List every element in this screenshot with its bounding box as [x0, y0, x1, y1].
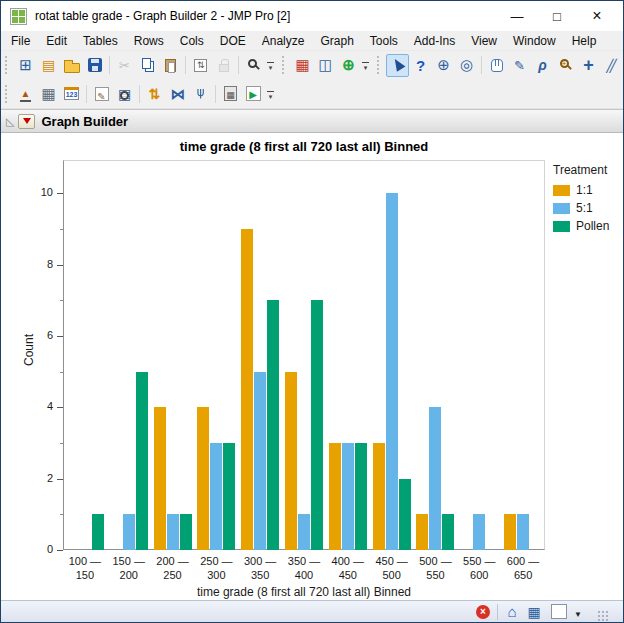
swatch-icon[interactable] [545, 602, 567, 622]
bar-1:1-350–400[interactable] [285, 372, 297, 550]
toolbar-grip[interactable] [282, 56, 287, 74]
toolbar-overflow-icon[interactable]: ▾ [265, 85, 276, 103]
bar-5:1-150–200[interactable] [123, 514, 135, 550]
bar-Pollen-450–500[interactable] [399, 479, 411, 550]
calc-icon[interactable] [219, 82, 242, 105]
search-icon[interactable] [242, 54, 265, 77]
bar-5:1-550–600[interactable] [473, 514, 485, 550]
menu-window[interactable]: Window [505, 31, 564, 51]
close-button[interactable]: × [577, 1, 617, 31]
col-switcher-icon[interactable] [314, 54, 337, 77]
bar-1:1-450–500[interactable] [373, 443, 385, 550]
caret-icon[interactable] [567, 602, 589, 622]
table-search-icon[interactable] [113, 82, 136, 105]
zoom-icon[interactable] [554, 54, 577, 77]
toolbar-overflow-icon[interactable]: ▾ [265, 56, 276, 74]
target-icon[interactable] [455, 54, 478, 77]
bar-Pollen-400–450[interactable] [355, 443, 367, 550]
red-triangle-menu-button[interactable] [18, 114, 35, 129]
menu-analyze[interactable]: Analyze [254, 31, 313, 51]
bar-5:1-600–650[interactable] [517, 514, 529, 550]
crosshair-icon[interactable] [432, 54, 455, 77]
legend-item-1:1[interactable]: 1:1 [553, 183, 609, 197]
save-icon[interactable] [83, 54, 106, 77]
menu-cols[interactable]: Cols [172, 31, 212, 51]
data-table-icon[interactable] [291, 54, 314, 77]
bar-1:1-600–650[interactable] [504, 514, 516, 550]
maximize-button[interactable]: □ [537, 1, 577, 31]
bar-5:1-300–350[interactable] [254, 372, 266, 550]
bar-5:1-400–450[interactable] [342, 443, 354, 550]
bar-Pollen-200–250[interactable] [180, 514, 192, 550]
menu-view[interactable]: View [463, 31, 505, 51]
prefs-icon[interactable] [189, 54, 212, 77]
paste-icon[interactable] [159, 54, 182, 77]
bar-1:1-250–300[interactable] [197, 407, 209, 550]
open-folder-icon[interactable] [60, 54, 83, 77]
error-icon[interactable] [472, 602, 494, 622]
legend-item-Pollen[interactable]: Pollen [553, 219, 609, 233]
disclosure-triangle-icon[interactable]: ◺ [6, 115, 14, 128]
layout-icon[interactable] [37, 82, 60, 105]
arrow-icon[interactable] [386, 54, 409, 77]
bar-Pollen-100–150[interactable] [92, 514, 104, 550]
menu-tables[interactable]: Tables [75, 31, 126, 51]
resize-grip[interactable] [597, 610, 609, 622]
bar-Pollen-300–350[interactable] [267, 300, 279, 550]
123-icon[interactable] [60, 82, 83, 105]
new-table-icon[interactable] [14, 54, 37, 77]
menu-help[interactable]: Help [564, 31, 605, 51]
legend-swatch-icon[interactable] [553, 221, 570, 232]
sort-icon[interactable] [143, 82, 166, 105]
run-icon[interactable] [242, 82, 265, 105]
menu-tools[interactable]: Tools [362, 31, 406, 51]
bar-Pollen-500–550[interactable] [442, 514, 454, 550]
menu-file[interactable]: File [3, 31, 38, 51]
bar-5:1-350–400[interactable] [298, 514, 310, 550]
y-minor-tick [60, 300, 63, 301]
toolbar-grip[interactable] [5, 85, 10, 103]
legend-swatch-icon[interactable] [553, 203, 570, 214]
toolbar-grip[interactable] [5, 56, 10, 74]
tree-icon[interactable] [189, 82, 212, 105]
open-script-icon[interactable] [37, 54, 60, 77]
legend-label: 1:1 [576, 183, 593, 197]
menu-add-ins[interactable]: Add-Ins [406, 31, 463, 51]
bar-Pollen-150–200[interactable] [136, 372, 148, 550]
copy-icon[interactable] [136, 54, 159, 77]
bar-1:1-200–250[interactable] [154, 407, 166, 550]
bar-1:1-400–450[interactable] [329, 443, 341, 550]
menu-doe[interactable]: DOE [212, 31, 254, 51]
legend-item-5:1[interactable]: 5:1 [553, 201, 609, 215]
menu-edit[interactable]: Edit [38, 31, 75, 51]
minimize-button[interactable]: — [497, 1, 537, 31]
line-icon[interactable] [600, 54, 623, 77]
new-graph-icon[interactable] [337, 54, 360, 77]
y-tick-label: 8 [23, 258, 53, 270]
bar-5:1-200–250[interactable] [167, 514, 179, 550]
dist-icon[interactable] [14, 82, 37, 105]
help-icon[interactable] [409, 54, 432, 77]
window-title: rotat table grade - Graph Builder 2 - JM… [35, 9, 497, 23]
bar-Pollen-250–300[interactable] [223, 443, 235, 550]
bar-1:1-300–350[interactable] [241, 229, 253, 550]
toolbar-overflow-icon[interactable]: ▾ [360, 56, 371, 74]
bar-Pollen-350–400[interactable] [311, 300, 323, 550]
bar-5:1-250–300[interactable] [210, 443, 222, 550]
note-icon[interactable] [90, 82, 113, 105]
lasso-icon[interactable] [531, 54, 554, 77]
status-table-icon[interactable] [523, 602, 545, 622]
bar-5:1-500–550[interactable] [429, 407, 441, 550]
merge-icon[interactable] [166, 82, 189, 105]
y-tick-label: 10 [23, 186, 53, 198]
bar-1:1-500–550[interactable] [416, 514, 428, 550]
brush-icon[interactable] [508, 54, 531, 77]
hand-icon[interactable] [485, 54, 508, 77]
legend-swatch-icon[interactable] [553, 185, 570, 196]
menu-rows[interactable]: Rows [126, 31, 172, 51]
menu-graph[interactable]: Graph [312, 31, 361, 51]
bar-5:1-450–500[interactable] [386, 193, 398, 550]
home-icon[interactable] [501, 602, 523, 622]
toolbar-grip[interactable] [377, 56, 382, 74]
plus-icon[interactable] [577, 54, 600, 77]
